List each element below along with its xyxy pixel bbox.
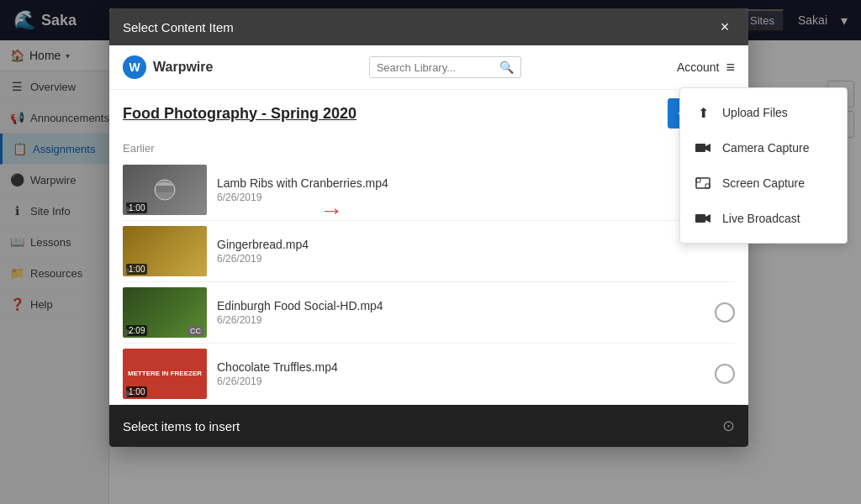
modal-dialog: Select Content Item × W Warpwire 🔍 Accou… <box>109 8 748 447</box>
item-title-1: Lamb Ribs with Cranberries.mp4 <box>217 176 735 190</box>
svg-marker-9 <box>705 214 710 223</box>
thumb-duration-1: 1:00 <box>126 202 147 213</box>
thumb-4-text: METTERE IN FREEZER <box>128 370 202 378</box>
dropdown-menu: ⬆ Upload Files Camera Capture Screen Cap… <box>679 87 848 244</box>
library-title-bar: Food Photography - Spring 2020 + AZ <box>109 90 748 137</box>
dropdown-item-screen[interactable]: Screen Capture <box>680 165 847 201</box>
search-input[interactable] <box>377 61 494 74</box>
red-arrow: → <box>320 197 343 224</box>
warpwire-logo-icon: W <box>123 55 146 79</box>
item-date-1: 6/26/2019 <box>217 192 735 203</box>
upload-label: Upload Files <box>722 106 788 119</box>
camera-svg <box>695 142 710 154</box>
item-info-3: Edinburgh Food Social-HD.mp4 6/26/2019 <box>217 299 705 326</box>
modal-header: Select Content Item × <box>109 8 748 45</box>
svg-rect-8 <box>695 214 705 223</box>
video-thumbnail-1: ▶ 1:00 <box>123 165 207 215</box>
svg-rect-5 <box>696 178 710 188</box>
item-title-2: Gingerbread.mp4 <box>217 238 735 251</box>
broadcast-icon <box>694 209 712 228</box>
screen-capture-icon <box>694 174 712 192</box>
cc-badge: CC <box>188 326 203 336</box>
list-item: ▶ 1:00 Lamb Ribs with Cranberries.mp4 6/… <box>123 160 735 221</box>
video-thumbnail-3: ▶ 2:09 CC <box>123 287 207 338</box>
thumb-duration-4: 1:00 <box>126 386 147 397</box>
item-radio-3[interactable] <box>715 302 735 323</box>
search-icon: 🔍 <box>499 60 514 74</box>
broadcast-svg <box>695 213 710 224</box>
thumb-duration-3: 2:09 <box>126 325 147 336</box>
dropdown-item-camera[interactable]: Camera Capture <box>680 130 847 165</box>
camera-label: Camera Capture <box>722 141 810 155</box>
screen-capture-label: Screen Capture <box>722 176 805 190</box>
account-label: Account <box>677 60 720 74</box>
item-date-2: 6/26/2019 <box>217 253 735 265</box>
item-date-4: 6/26/2019 <box>217 375 705 387</box>
list-item: ▶ 2:09 CC Edinburgh Food Social-HD.mp4 6… <box>123 282 735 344</box>
warpwire-logo-letter: W <box>129 60 140 74</box>
hamburger-icon[interactable]: ≡ <box>726 59 735 76</box>
upload-icon: ⬆ <box>694 103 712 122</box>
thumb-duration-2: 1:00 <box>126 264 147 275</box>
item-radio-4[interactable] <box>715 364 735 384</box>
footer-text: Select items to insert <box>123 419 240 433</box>
item-info-4: Chocolate Truffles.mp4 6/26/2019 <box>217 360 705 387</box>
svg-rect-3 <box>695 144 705 152</box>
modal-footer: Select items to insert ⊙ <box>109 405 748 447</box>
item-info-2: Gingerbread.mp4 6/26/2019 <box>217 238 735 265</box>
account-area[interactable]: Account ≡ <box>677 59 735 76</box>
section-label-earlier: Earlier <box>123 137 735 160</box>
screen-svg <box>695 177 710 189</box>
search-bar[interactable]: 🔍 <box>369 56 521 78</box>
modal-close-button[interactable]: × <box>715 17 735 37</box>
camera-icon <box>694 139 712 157</box>
svg-marker-4 <box>705 144 710 152</box>
content-list: Earlier ▶ 1:00 Lamb Ribs with Cranberrie… <box>109 137 748 405</box>
item-info-1: Lamb Ribs with Cranberries.mp4 6/26/2019 <box>217 176 735 203</box>
dropdown-item-upload[interactable]: ⬆ Upload Files <box>680 95 847 130</box>
item-title-4: Chocolate Truffles.mp4 <box>217 360 705 374</box>
warpwire-header: W Warpwire 🔍 Account ≡ <box>109 45 748 90</box>
item-title-3: Edinburgh Food Social-HD.mp4 <box>217 299 705 312</box>
warpwire-logo: W Warpwire <box>123 55 213 79</box>
video-thumbnail-2: ▶ 1:00 <box>123 226 207 276</box>
video-thumbnail-4: METTERE IN FREEZER ▶ 1:00 <box>123 349 207 399</box>
item-date-3: 6/26/2019 <box>217 314 705 326</box>
library-title: Food Photography - Spring 2020 <box>123 105 357 123</box>
list-item: METTERE IN FREEZER ▶ 1:00 Chocolate Truf… <box>123 344 735 405</box>
warpwire-name: Warpwire <box>153 60 213 75</box>
list-item: ▶ 1:00 Gingerbread.mp4 6/26/2019 <box>123 221 735 282</box>
pot-icon <box>152 177 177 202</box>
modal-title: Select Content Item <box>123 20 234 34</box>
svg-rect-2 <box>156 186 173 192</box>
dropdown-item-broadcast[interactable]: Live Broadcast <box>680 201 847 236</box>
broadcast-label: Live Broadcast <box>722 212 800 225</box>
footer-more-icon[interactable]: ⊙ <box>722 417 735 435</box>
